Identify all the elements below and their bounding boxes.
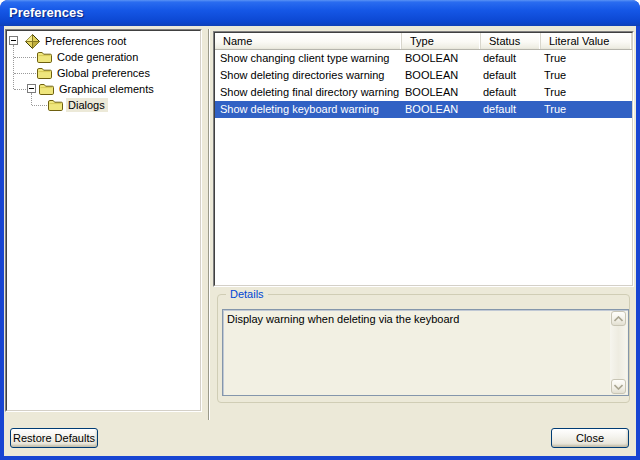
tree-panel: Preferences root Code generation Global … [5,29,202,412]
scroll-down-button[interactable] [611,379,626,394]
cell-status: default [481,101,541,118]
cell-type: BOOLEAN [402,101,481,118]
folder-icon [39,83,54,95]
details-textbox[interactable]: Display warning when deleting via the ke… [222,309,629,396]
cell-type: BOOLEAN [402,67,481,84]
table-header: Name Type Status Literal Value [215,33,632,50]
preferences-tree: Preferences root Code generation Global … [7,31,200,113]
table-row[interactable]: Show changing client type warning BOOLEA… [215,50,632,67]
scroll-up-button[interactable] [611,311,626,326]
tree-connector [14,73,36,74]
cell-name: Show deleting final directory warning [215,84,402,101]
expander-minus-icon[interactable] [9,36,18,45]
details-scrollbar[interactable] [610,311,627,394]
expander-minus-icon[interactable] [27,84,36,93]
cell-name: Show changing client type warning [215,50,402,67]
title-bar[interactable]: Preferences [0,0,640,26]
tree-item-label: Code generation [55,50,141,64]
dialog-content: Preferences root Code generation Global … [4,26,636,456]
properties-table: Name Type Status Literal Value Show chan… [214,32,633,286]
table-row[interactable]: Show deleting final directory warning BO… [215,84,632,101]
chevron-up-icon [614,316,623,322]
cell-type: BOOLEAN [402,50,481,67]
folder-icon [48,99,63,111]
restore-defaults-button[interactable]: Restore Defaults [10,428,98,448]
diamond-icon [25,34,40,49]
tree-panel-surface: Preferences root Code generation Global … [6,30,201,411]
column-header-status[interactable]: Status [481,33,541,49]
cell-status: default [481,67,541,84]
tree-connector [14,57,36,58]
folder-icon [37,67,52,79]
tree-item-label: Dialogs [66,98,108,112]
close-button[interactable]: Close [551,428,629,448]
cell-status: default [481,84,541,101]
tree-item-label: Graphical elements [57,82,157,96]
table-row-selected[interactable]: Show deleting keyboard warning BOOLEAN d… [215,101,632,118]
tree-item-preferences-root[interactable]: Preferences root [7,33,200,49]
column-header-type[interactable]: Type [402,33,481,49]
cell-literal-value: True [541,67,632,84]
cell-literal-value: True [541,101,632,118]
details-text: Display warning when deleting via the ke… [227,313,606,325]
tree-connector [32,105,47,106]
cell-name: Show deleting directories warning [215,67,402,84]
cell-status: default [481,50,541,67]
tree-connector [14,89,26,90]
tree-connector [31,93,32,105]
tree-item-label: Global preferences [55,66,153,80]
tree-item-label: Preferences root [43,34,129,48]
cell-type: BOOLEAN [402,84,481,101]
splitter-sash[interactable] [208,29,209,420]
properties-table-panel: Name Type Status Literal Value Show chan… [213,31,634,287]
window-title: Preferences [9,0,83,26]
chevron-down-icon [614,384,623,390]
folder-icon [37,51,52,63]
cell-name: Show deleting keyboard warning [215,101,402,118]
tree-connector [13,45,14,89]
details-groupbox-label: Details [226,288,268,301]
cell-literal-value: True [541,50,632,67]
column-header-literal-value[interactable]: Literal Value [541,33,632,49]
table-row[interactable]: Show deleting directories warning BOOLEA… [215,67,632,84]
cell-literal-value: True [541,84,632,101]
preferences-window: Preferences [0,0,640,460]
column-header-name[interactable]: Name [215,33,402,49]
